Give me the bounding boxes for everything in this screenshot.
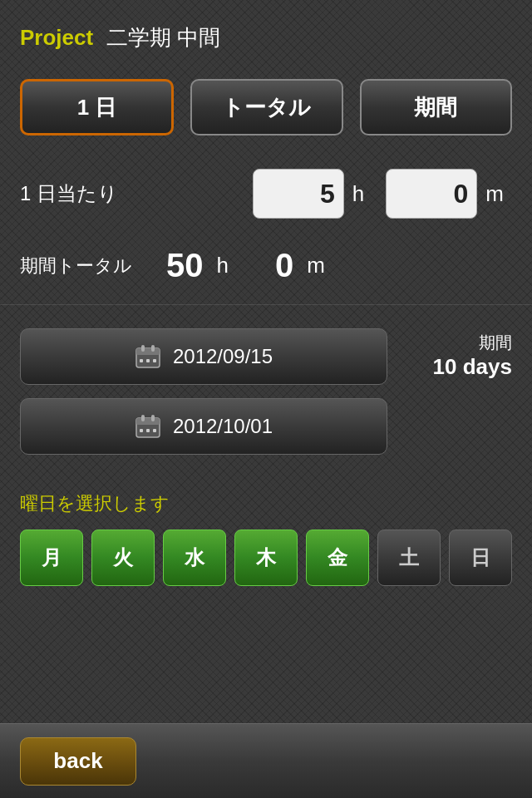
mode-btn-day[interactable]: 1 日: [20, 79, 174, 135]
day-btn-sun[interactable]: 日: [449, 530, 512, 586]
hours-unit: h: [352, 181, 364, 207]
back-button[interactable]: back: [20, 737, 136, 786]
per-day-row: 1 日当たり h m: [0, 149, 532, 239]
svg-rect-3: [151, 345, 155, 352]
svg-rect-13: [153, 429, 156, 432]
project-name: 二学期 中間: [106, 23, 220, 52]
day-btn-thu[interactable]: 木: [234, 530, 298, 586]
total-minutes-unit: m: [307, 253, 325, 278]
start-date-btn[interactable]: 2012/09/15: [20, 328, 387, 385]
day-selector-label: 曜日を選択します: [20, 491, 512, 516]
calendar-icon-start: [135, 343, 161, 370]
day-btn-sat[interactable]: 土: [377, 530, 441, 586]
end-date-value: 2012/10/01: [173, 415, 273, 438]
date-section: 2012/09/15 2012/10/01 期間 10 days: [0, 305, 532, 468]
day-btn-wed[interactable]: 水: [163, 530, 226, 586]
minutes-input[interactable]: [386, 169, 477, 219]
duration-label: 期間: [479, 332, 512, 354]
bottom-bar: back: [0, 723, 532, 798]
mode-btn-total[interactable]: トータル: [190, 79, 342, 135]
svg-rect-2: [141, 345, 145, 352]
hours-input-group: h: [253, 169, 372, 219]
svg-rect-8: [136, 418, 160, 425]
svg-rect-6: [153, 359, 156, 362]
project-label: Project: [20, 25, 93, 51]
duration-info: 期間 10 days: [404, 328, 512, 380]
day-selector-section: 曜日を選択します 月 火 水 木 金 土 日: [0, 468, 532, 599]
svg-rect-11: [140, 429, 143, 432]
header: Project 二学期 中間: [0, 0, 532, 66]
mode-buttons-row: 1 日 トータル 期間: [0, 66, 532, 149]
svg-rect-12: [146, 429, 150, 432]
duration-days: 10 days: [433, 354, 512, 380]
day-btn-fri[interactable]: 金: [306, 530, 369, 586]
svg-rect-10: [151, 415, 155, 421]
minutes-input-group: m: [386, 169, 512, 219]
svg-rect-1: [136, 348, 160, 355]
start-date-value: 2012/09/15: [173, 345, 273, 368]
total-minutes-value: 0: [275, 247, 293, 284]
total-hours-unit: h: [217, 253, 229, 278]
calendar-icon-end: [135, 413, 161, 440]
date-buttons-col: 2012/09/15 2012/10/01: [20, 328, 387, 455]
per-day-label: 1 日当たり: [20, 180, 239, 207]
hours-input[interactable]: [253, 169, 344, 219]
svg-rect-9: [141, 415, 145, 421]
end-date-btn[interactable]: 2012/10/01: [20, 398, 387, 455]
svg-rect-5: [146, 359, 150, 362]
day-btn-mon[interactable]: 月: [20, 530, 83, 586]
total-label: 期間トータル: [20, 254, 153, 278]
day-btn-tue[interactable]: 火: [91, 530, 155, 586]
day-buttons: 月 火 水 木 金 土 日: [20, 530, 512, 586]
total-row: 期間トータル 50 h 0 m: [0, 239, 532, 304]
mode-btn-period[interactable]: 期間: [360, 79, 512, 135]
minutes-unit: m: [485, 181, 504, 207]
svg-rect-4: [140, 359, 143, 362]
total-hours-value: 50: [166, 247, 204, 284]
